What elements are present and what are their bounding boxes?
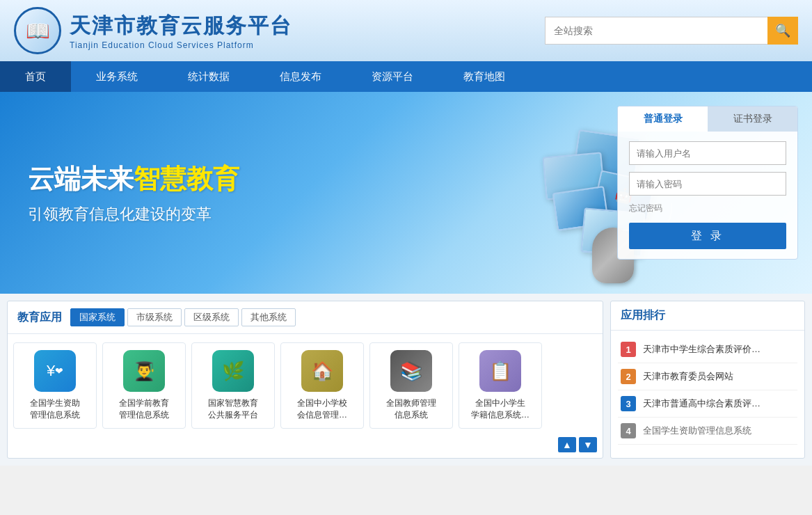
- app-item-5[interactable]: 📚 全国教师管理信息系统: [369, 342, 453, 429]
- app-item-3[interactable]: 🌿 国家智慧教育公共服务平台: [191, 342, 275, 429]
- tab-other[interactable]: 其他系统: [241, 308, 296, 326]
- rank-badge-1: 1: [621, 342, 636, 357]
- ranking-item-1[interactable]: 1 天津市中学生综合素质评价…: [618, 336, 797, 363]
- app-item-2[interactable]: 👨‍🎓 全国学前教育管理信息系统: [102, 342, 186, 429]
- app-icon-3: 🌿: [212, 350, 254, 392]
- ranking-item-4[interactable]: 4 全国学生资助管理信息系统: [618, 418, 797, 445]
- rank-badge-2: 2: [621, 369, 636, 384]
- rank-badge-3: 3: [621, 396, 636, 411]
- banner-highlight: 智慧教育: [134, 164, 239, 193]
- banner-prefix: 云端未来: [28, 164, 134, 193]
- login-panel: 普通登录 证书登录 忘记密码 登 录: [617, 106, 798, 260]
- app-item-4[interactable]: 🏠 全国中小学校会信息管理…: [280, 342, 364, 429]
- nav-item-info[interactable]: 信息发布: [255, 61, 347, 92]
- nav-item-home[interactable]: 首页: [0, 61, 71, 92]
- app-label-5: 全国教师管理信息系统: [386, 397, 436, 421]
- banner-subheadline: 引领教育信息化建设的变革: [28, 204, 406, 225]
- app-item-1[interactable]: ¥❤ 全国学生资助管理信息系统: [13, 342, 97, 429]
- search-button[interactable]: 🔍: [767, 17, 798, 45]
- scroll-prev-button[interactable]: ▲: [558, 437, 576, 452]
- ranking-link-3: 天津市普通高中综合素质评…: [643, 397, 795, 410]
- logo-area: 📖 天津市教育云服务平台 Tianjin Education Cloud Ser…: [14, 7, 292, 54]
- edu-apps-section: 教育应用 国家系统 市级系统 区级系统 其他系统 ¥❤ 全国学生资助管理信息系统…: [7, 301, 603, 459]
- banner-text-area: 云端未来智慧教育 引领教育信息化建设的变革: [0, 141, 434, 246]
- logo-circle: 📖: [14, 7, 61, 54]
- edu-apps-title: 教育应用: [17, 310, 62, 325]
- ranking-link-2: 天津市教育委员会网站: [643, 370, 795, 383]
- ranking-link-1: 天津市中学生综合素质评价…: [643, 343, 795, 356]
- login-tabs: 普通登录 证书登录: [618, 106, 797, 132]
- tab-national[interactable]: 国家系统: [70, 308, 125, 326]
- ranking-header: 应用排行: [611, 301, 804, 331]
- app-label-1: 全国学生资助管理信息系统: [30, 397, 80, 421]
- tab-district[interactable]: 区级系统: [184, 308, 239, 326]
- ranking-item-2[interactable]: 2 天津市教育委员会网站: [618, 363, 797, 390]
- nav-item-business[interactable]: 业务系统: [71, 61, 163, 92]
- header: 📖 天津市教育云服务平台 Tianjin Education Cloud Ser…: [0, 0, 812, 61]
- edu-apps-header: 教育应用 国家系统 市级系统 区级系统 其他系统: [8, 301, 603, 334]
- logo-text: 天津市教育云服务平台 Tianjin Education Cloud Servi…: [70, 12, 292, 50]
- login-form: 忘记密码 登 录: [618, 132, 797, 259]
- nav-item-map[interactable]: 教育地图: [438, 61, 530, 92]
- username-input[interactable]: [629, 141, 786, 165]
- ranking-list: 1 天津市中学生综合素质评价… 2 天津市教育委员会网站 3 天津市普通高中综合…: [611, 331, 804, 450]
- logo-book-icon: 📖: [26, 19, 50, 42]
- login-tab-normal[interactable]: 普通登录: [618, 106, 708, 132]
- content-area: 教育应用 国家系统 市级系统 区级系统 其他系统 ¥❤ 全国学生资助管理信息系统…: [0, 294, 812, 466]
- app-ranking-section: 应用排行 1 天津市中学生综合素质评价… 2 天津市教育委员会网站 3 天津市普…: [610, 301, 805, 459]
- search-area: 🔍: [545, 17, 798, 45]
- banner-headline: 云端未来智慧教育: [28, 161, 406, 197]
- app-label-2: 全国学前教育管理信息系统: [119, 397, 169, 421]
- app-label-6: 全国中小学生学籍信息系统…: [471, 397, 530, 421]
- search-input[interactable]: [545, 17, 767, 45]
- nav-item-stats[interactable]: 统计数据: [163, 61, 255, 92]
- scroll-next-button[interactable]: ▼: [579, 437, 597, 452]
- password-input[interactable]: [629, 172, 786, 196]
- main-nav: 首页 业务系统 统计数据 信息发布 资源平台 教育地图: [0, 61, 812, 92]
- login-button[interactable]: 登 录: [629, 223, 786, 249]
- app-icon-4: 🏠: [301, 350, 343, 392]
- forgot-password-link[interactable]: 忘记密码: [629, 203, 786, 214]
- logo-subtitle: Tianjin Education Cloud Services Platfor…: [70, 40, 292, 50]
- rank-badge-4: 4: [621, 423, 636, 438]
- logo-title: 天津市教育云服务平台: [70, 12, 292, 40]
- edu-apps-tabs: 国家系统 市级系统 区级系统 其他系统: [70, 308, 296, 326]
- login-tab-cert[interactable]: 证书登录: [708, 106, 797, 132]
- ranking-item-3[interactable]: 3 天津市普通高中综合素质评…: [618, 390, 797, 418]
- app-label-3: 国家智慧教育公共服务平台: [208, 397, 258, 421]
- app-icon-2: 👨‍🎓: [123, 350, 165, 392]
- scroll-buttons: ▲ ▼: [8, 437, 603, 458]
- ranking-title: 应用排行: [621, 309, 665, 321]
- app-icon-1: ¥❤: [34, 350, 76, 392]
- app-item-6[interactable]: 📋 全国中小学生学籍信息系统…: [459, 342, 542, 429]
- banner: 云端未来智慧教育 引领教育信息化建设的变革 🤖 普通登录 证书登录 忘记密码 登…: [0, 92, 812, 294]
- ranking-link-4: 全国学生资助管理信息系统: [643, 425, 795, 437]
- nav-item-resources[interactable]: 资源平台: [347, 61, 438, 92]
- app-label-4: 全国中小学校会信息管理…: [297, 397, 347, 421]
- tab-city[interactable]: 市级系统: [127, 308, 182, 326]
- app-icon-6: 📋: [479, 350, 521, 392]
- app-icon-5: 📚: [390, 350, 432, 392]
- apps-grid: ¥❤ 全国学生资助管理信息系统 👨‍🎓 全国学前教育管理信息系统 🌿 国家智慧教…: [8, 334, 603, 437]
